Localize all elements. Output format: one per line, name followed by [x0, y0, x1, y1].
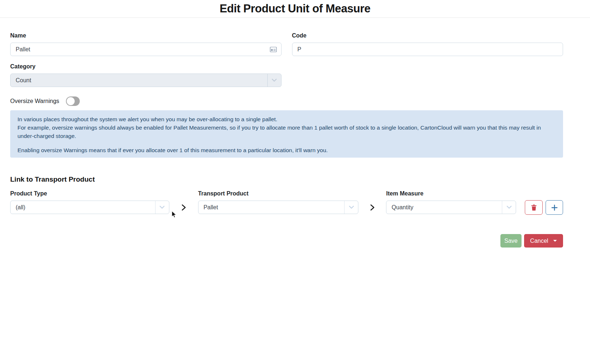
category-label: Category	[10, 63, 282, 70]
cancel-button-label: Cancel	[530, 238, 548, 244]
edit-product-uom-form: Name Code Category Co	[10, 32, 563, 248]
product-type-select[interactable]: (all)	[10, 201, 169, 214]
category-select-value: Count	[11, 77, 267, 84]
table-icon	[270, 47, 277, 52]
code-label: Code	[292, 32, 563, 39]
item-measure-field-group: Item Measure Quantity	[386, 190, 516, 214]
oversize-info-box: In various places throughout the system …	[10, 110, 563, 158]
info-line-1: In various places throughout the system …	[17, 115, 556, 123]
transport-product-field-group: Transport Product Pallet	[198, 190, 359, 214]
form-actions: Save Cancel	[10, 234, 563, 248]
mouse-cursor	[172, 211, 178, 218]
save-button[interactable]: Save	[500, 234, 522, 248]
toggle-knob	[67, 97, 75, 105]
transport-product-label: Transport Product	[198, 190, 359, 197]
info-line-3: Enabling oversize Warnings means that if…	[17, 146, 556, 154]
chevron-down-icon	[344, 201, 358, 214]
page-title: Edit Product Unit of Measure	[220, 2, 370, 15]
chevron-down-icon	[502, 201, 516, 214]
product-type-field-group: Product Type (all)	[10, 190, 169, 214]
item-measure-label: Item Measure	[386, 190, 516, 197]
category-select: Count	[10, 74, 282, 87]
code-field-group: Code	[292, 32, 563, 56]
oversize-warnings-label: Oversize Warnings	[10, 98, 59, 104]
page-header: Edit Product Unit of Measure	[0, 0, 590, 18]
name-field-group: Name	[10, 32, 282, 56]
link-section-heading: Link to Transport Product	[10, 175, 563, 183]
transport-product-select[interactable]: Pallet	[198, 201, 359, 214]
trash-icon	[531, 204, 537, 211]
product-type-label: Product Type	[10, 190, 169, 197]
oversize-warnings-row: Oversize Warnings	[10, 96, 563, 106]
item-measure-select-value: Quantity	[386, 204, 502, 211]
cancel-button[interactable]: Cancel	[524, 234, 563, 248]
transport-product-select-value: Pallet	[198, 204, 345, 211]
chevron-down-icon	[155, 201, 169, 214]
name-label: Name	[10, 32, 282, 39]
chevron-down-icon	[267, 74, 281, 87]
product-type-select-value: (all)	[11, 204, 155, 211]
oversize-warnings-toggle[interactable]	[66, 96, 80, 106]
delete-link-button[interactable]	[525, 200, 543, 215]
item-measure-select[interactable]: Quantity	[386, 201, 516, 214]
add-link-button[interactable]	[546, 200, 563, 215]
caret-down-icon	[553, 240, 557, 242]
info-line-2: For example, oversize warnings should al…	[17, 123, 556, 140]
code-input[interactable]	[292, 43, 563, 56]
link-row: Product Type (all) Transport Product Pal…	[10, 190, 563, 214]
chevron-right-icon	[358, 201, 386, 214]
name-input[interactable]	[10, 43, 282, 56]
category-field-group: Category Count	[10, 63, 282, 87]
plus-icon	[551, 205, 558, 211]
